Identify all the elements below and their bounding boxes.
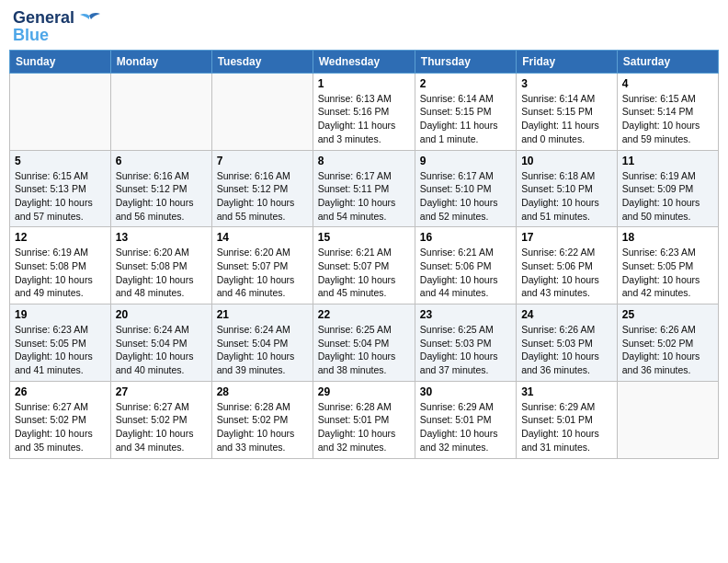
calendar-cell — [110, 73, 211, 150]
calendar-week-row: 26Sunrise: 6:27 AMSunset: 5:02 PMDayligh… — [10, 381, 719, 458]
day-number: 3 — [521, 77, 612, 90]
day-info: Sunrise: 6:24 AMSunset: 5:04 PMDaylight:… — [116, 323, 207, 377]
day-info: Sunrise: 6:20 AMSunset: 5:07 PMDaylight:… — [217, 246, 308, 300]
calendar-cell: 1Sunrise: 6:13 AMSunset: 5:16 PMDaylight… — [313, 73, 415, 150]
calendar-cell: 29Sunrise: 6:28 AMSunset: 5:01 PMDayligh… — [313, 381, 415, 458]
day-info: Sunrise: 6:19 AMSunset: 5:09 PMDaylight:… — [622, 169, 713, 224]
calendar-cell: 18Sunrise: 6:23 AMSunset: 5:05 PMDayligh… — [617, 227, 718, 304]
calendar-cell — [617, 381, 718, 458]
weekday-header-friday: Friday — [517, 50, 618, 73]
calendar-cell: 30Sunrise: 6:29 AMSunset: 5:01 PMDayligh… — [415, 381, 516, 458]
day-info: Sunrise: 6:20 AMSunset: 5:08 PMDaylight:… — [116, 246, 207, 300]
calendar-cell: 25Sunrise: 6:26 AMSunset: 5:02 PMDayligh… — [617, 304, 718, 382]
calendar-cell — [211, 73, 313, 150]
calendar-cell: 31Sunrise: 6:29 AMSunset: 5:01 PMDayligh… — [517, 381, 618, 458]
calendar-cell: 3Sunrise: 6:14 AMSunset: 5:15 PMDaylight… — [517, 73, 618, 150]
calendar-cell: 4Sunrise: 6:15 AMSunset: 5:14 PMDaylight… — [617, 73, 718, 150]
day-info: Sunrise: 6:27 AMSunset: 5:02 PMDaylight:… — [15, 400, 106, 454]
calendar-cell: 17Sunrise: 6:22 AMSunset: 5:06 PMDayligh… — [517, 227, 618, 304]
day-number: 14 — [217, 231, 308, 244]
calendar-cell: 27Sunrise: 6:27 AMSunset: 5:02 PMDayligh… — [110, 381, 211, 458]
calendar-cell: 15Sunrise: 6:21 AMSunset: 5:07 PMDayligh… — [313, 227, 415, 304]
day-info: Sunrise: 6:27 AMSunset: 5:02 PMDaylight:… — [116, 400, 207, 454]
weekday-header-saturday: Saturday — [617, 50, 718, 73]
day-info: Sunrise: 6:24 AMSunset: 5:04 PMDaylight:… — [217, 323, 308, 377]
day-info: Sunrise: 6:23 AMSunset: 5:05 PMDaylight:… — [15, 323, 106, 377]
day-info: Sunrise: 6:29 AMSunset: 5:01 PMDaylight:… — [521, 400, 612, 454]
day-number: 4 — [622, 77, 713, 90]
day-info: Sunrise: 6:17 AMSunset: 5:11 PMDaylight:… — [318, 169, 410, 224]
day-info: Sunrise: 6:28 AMSunset: 5:01 PMDaylight:… — [318, 400, 410, 454]
day-number: 6 — [116, 155, 207, 167]
day-info: Sunrise: 6:25 AMSunset: 5:03 PMDaylight:… — [420, 323, 511, 377]
calendar-cell: 8Sunrise: 6:17 AMSunset: 5:11 PMDaylight… — [313, 150, 415, 227]
calendar-cell: 14Sunrise: 6:20 AMSunset: 5:07 PMDayligh… — [211, 227, 313, 304]
day-info: Sunrise: 6:17 AMSunset: 5:10 PMDaylight:… — [420, 169, 511, 224]
weekday-header-wednesday: Wednesday — [313, 50, 415, 73]
day-info: Sunrise: 6:21 AMSunset: 5:06 PMDaylight:… — [420, 246, 511, 300]
day-number: 5 — [15, 155, 106, 167]
calendar-cell: 2Sunrise: 6:14 AMSunset: 5:15 PMDaylight… — [415, 73, 516, 150]
day-number: 27 — [116, 385, 207, 398]
calendar-cell: 7Sunrise: 6:16 AMSunset: 5:12 PMDaylight… — [211, 150, 313, 227]
day-info: Sunrise: 6:23 AMSunset: 5:05 PMDaylight:… — [622, 246, 713, 300]
day-info: Sunrise: 6:16 AMSunset: 5:12 PMDaylight:… — [116, 169, 207, 224]
day-number: 21 — [217, 308, 308, 321]
weekday-header-sunday: Sunday — [10, 50, 111, 73]
day-info: Sunrise: 6:29 AMSunset: 5:01 PMDaylight:… — [420, 400, 511, 454]
logo-line2: Blue — [13, 27, 74, 44]
day-number: 12 — [15, 231, 106, 244]
day-info: Sunrise: 6:22 AMSunset: 5:06 PMDaylight:… — [521, 246, 612, 300]
calendar-cell: 5Sunrise: 6:15 AMSunset: 5:13 PMDaylight… — [10, 150, 111, 227]
calendar-cell: 9Sunrise: 6:17 AMSunset: 5:10 PMDaylight… — [415, 150, 516, 227]
day-number: 30 — [420, 385, 511, 398]
day-number: 9 — [420, 155, 511, 167]
calendar-week-row: 5Sunrise: 6:15 AMSunset: 5:13 PMDaylight… — [10, 150, 719, 227]
day-info: Sunrise: 6:15 AMSunset: 5:14 PMDaylight:… — [622, 92, 713, 146]
day-number: 16 — [420, 231, 511, 244]
weekday-header-tuesday: Tuesday — [211, 50, 313, 73]
day-info: Sunrise: 6:19 AMSunset: 5:08 PMDaylight:… — [15, 246, 106, 300]
calendar-cell: 13Sunrise: 6:20 AMSunset: 5:08 PMDayligh… — [110, 227, 211, 304]
day-number: 26 — [15, 385, 106, 398]
calendar-table: SundayMondayTuesdayWednesdayThursdayFrid… — [9, 50, 719, 459]
day-info: Sunrise: 6:14 AMSunset: 5:15 PMDaylight:… — [521, 92, 612, 146]
calendar-cell: 20Sunrise: 6:24 AMSunset: 5:04 PMDayligh… — [110, 304, 211, 382]
calendar-cell: 10Sunrise: 6:18 AMSunset: 5:10 PMDayligh… — [517, 150, 618, 227]
day-number: 10 — [521, 155, 612, 167]
day-number: 1 — [318, 77, 410, 90]
day-info: Sunrise: 6:14 AMSunset: 5:15 PMDaylight:… — [420, 92, 511, 146]
calendar-week-row: 19Sunrise: 6:23 AMSunset: 5:05 PMDayligh… — [10, 304, 719, 382]
day-number: 24 — [521, 308, 612, 321]
calendar-cell: 11Sunrise: 6:19 AMSunset: 5:09 PMDayligh… — [617, 150, 718, 227]
page-header: General Blue — [9, 9, 719, 44]
day-number: 15 — [318, 231, 410, 244]
day-number: 11 — [622, 155, 713, 167]
calendar-week-row: 12Sunrise: 6:19 AMSunset: 5:08 PMDayligh… — [10, 227, 719, 304]
day-number: 31 — [521, 385, 612, 398]
day-info: Sunrise: 6:13 AMSunset: 5:16 PMDaylight:… — [318, 92, 410, 146]
logo-line1: General — [13, 9, 74, 27]
calendar-week-row: 1Sunrise: 6:13 AMSunset: 5:16 PMDaylight… — [10, 73, 719, 150]
day-info: Sunrise: 6:26 AMSunset: 5:03 PMDaylight:… — [521, 323, 612, 377]
calendar-cell: 23Sunrise: 6:25 AMSunset: 5:03 PMDayligh… — [415, 304, 516, 382]
day-number: 13 — [116, 231, 207, 244]
day-number: 17 — [521, 231, 612, 244]
day-info: Sunrise: 6:26 AMSunset: 5:02 PMDaylight:… — [622, 323, 713, 377]
day-number: 22 — [318, 308, 410, 321]
day-number: 28 — [217, 385, 308, 398]
day-info: Sunrise: 6:18 AMSunset: 5:10 PMDaylight:… — [521, 169, 612, 224]
day-info: Sunrise: 6:28 AMSunset: 5:02 PMDaylight:… — [217, 400, 308, 454]
day-info: Sunrise: 6:25 AMSunset: 5:04 PMDaylight:… — [318, 323, 410, 377]
day-number: 29 — [318, 385, 410, 398]
weekday-header-row: SundayMondayTuesdayWednesdayThursdayFrid… — [10, 50, 719, 73]
day-info: Sunrise: 6:16 AMSunset: 5:12 PMDaylight:… — [217, 169, 308, 224]
day-number: 23 — [420, 308, 511, 321]
calendar-cell — [10, 73, 111, 150]
weekday-header-monday: Monday — [110, 50, 211, 73]
day-info: Sunrise: 6:21 AMSunset: 5:07 PMDaylight:… — [318, 246, 410, 300]
weekday-header-thursday: Thursday — [415, 50, 516, 73]
calendar-cell: 12Sunrise: 6:19 AMSunset: 5:08 PMDayligh… — [10, 227, 111, 304]
calendar-cell: 21Sunrise: 6:24 AMSunset: 5:04 PMDayligh… — [211, 304, 313, 382]
day-info: Sunrise: 6:15 AMSunset: 5:13 PMDaylight:… — [15, 169, 106, 224]
